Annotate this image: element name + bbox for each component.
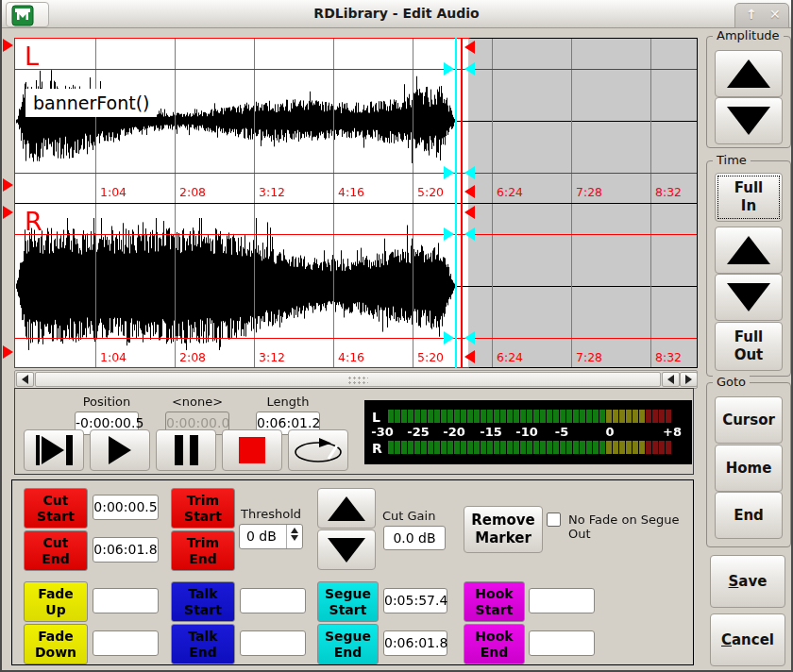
spin-up-icon [291, 528, 298, 533]
scrollbar-thumb[interactable] [35, 372, 661, 387]
cut-start-marker-icon[interactable] [3, 39, 13, 52]
gain-up-button[interactable] [317, 488, 376, 529]
segue-start-marker-line[interactable] [455, 38, 457, 368]
vu-segment [626, 441, 632, 454]
segue-end-marker-icon[interactable] [464, 62, 475, 76]
fade-up-field[interactable] [93, 588, 159, 613]
segue-start-button[interactable]: Segue Start [317, 581, 379, 622]
full-in-button[interactable]: Full In [715, 173, 783, 222]
marker-readout-label: <none> [172, 395, 223, 409]
cut-start-marker-icon[interactable] [3, 345, 13, 359]
vu-segment [454, 410, 460, 423]
trim-start-button[interactable]: Trim Start [171, 488, 235, 529]
time-zoom-out-button[interactable] [715, 274, 783, 321]
talk-end-field[interactable] [240, 630, 306, 656]
vu-segment [560, 410, 565, 423]
cut-end-marker-line[interactable] [461, 38, 463, 368]
cut-end-marker-icon[interactable] [464, 350, 475, 363]
play-from-start-icon [36, 435, 73, 465]
cancel-button[interactable]: Cancel [710, 613, 785, 666]
threshold-spin-buttons[interactable] [286, 525, 302, 548]
cut-end-field[interactable]: 0:06:01.8 [93, 537, 159, 563]
cut-end-marker-icon[interactable] [464, 206, 475, 219]
talk-start-button[interactable]: Talk Start [171, 581, 235, 622]
cut-start-marker-icon[interactable] [3, 178, 13, 192]
full-out-button[interactable]: Full Out [715, 322, 783, 371]
time-group-label: Time [713, 153, 751, 167]
fade-down-button[interactable]: Fade Down [24, 624, 88, 664]
close-window-icon[interactable]: ✕ [769, 7, 781, 22]
segue-start-marker-icon[interactable] [444, 227, 454, 241]
vu-scale-number: -25 [407, 425, 430, 439]
stop-button[interactable] [222, 429, 282, 471]
amplitude-line [14, 234, 698, 235]
amplitude-up-button[interactable] [715, 50, 783, 97]
time-tick-label: 2:08 [179, 185, 206, 199]
talk-start-field[interactable] [240, 588, 306, 613]
save-button[interactable]: Save [710, 555, 785, 608]
talk-end-button[interactable]: Talk End [171, 624, 235, 664]
no-fade-checkbox[interactable] [547, 512, 561, 527]
scroll-right-button[interactable] [680, 372, 698, 387]
vu-segment [467, 441, 473, 454]
goto-end-button[interactable]: End [715, 492, 783, 539]
titlebar[interactable]: RDLibrary - Edit Audio ↑ ✕ [2, 0, 791, 28]
vu-segment [487, 410, 493, 423]
hook-end-button[interactable]: Hook End [464, 624, 525, 664]
scroll-left-button[interactable] [16, 372, 34, 387]
segue-start-marker-icon[interactable] [444, 62, 454, 76]
vu-segment [547, 410, 552, 423]
fade-up-button[interactable]: Fade Up [24, 581, 88, 622]
goto-home-button[interactable]: Home [715, 445, 783, 492]
time-tick-label: 4:16 [338, 350, 364, 364]
shade-window-icon[interactable]: ↑ [746, 7, 757, 22]
remove-marker-button[interactable]: Remove Marker [464, 506, 543, 553]
vu-segment [414, 410, 420, 423]
trim-end-button[interactable]: Trim End [171, 530, 235, 571]
loop-button[interactable] [288, 429, 348, 471]
vu-left-label: L [372, 410, 380, 425]
segue-end-field[interactable]: 0:06:01.8 [383, 630, 447, 656]
waveform-scrollbar[interactable] [14, 370, 698, 389]
vu-segment [428, 441, 433, 454]
vu-scale-number: -20 [443, 425, 465, 439]
hook-start-field[interactable] [529, 588, 595, 613]
vu-segment [395, 410, 400, 423]
vu-segment [408, 441, 413, 454]
play-from-start-button[interactable] [24, 429, 84, 471]
threshold-value: 0 dB [246, 529, 277, 544]
amplitude-down-button[interactable] [715, 97, 783, 144]
segue-end-marker-icon[interactable] [464, 227, 475, 241]
segue-start-field[interactable]: 0:05:57.4 [383, 588, 447, 613]
pause-button[interactable] [156, 429, 216, 471]
vu-segment [401, 441, 407, 454]
time-zoom-in-button[interactable] [715, 227, 783, 274]
goto-cursor-button[interactable]: Cursor [715, 396, 783, 444]
cut-start-marker-icon[interactable] [3, 206, 13, 219]
cut-start-button[interactable]: Cut Start [24, 488, 88, 529]
cut-start-field[interactable]: 0:00:00.5 [93, 495, 159, 520]
segue-start-marker-icon[interactable] [444, 166, 454, 179]
play-button[interactable] [90, 429, 150, 471]
gain-down-button[interactable] [317, 529, 376, 570]
vu-segment [428, 410, 433, 423]
vu-segment [626, 410, 632, 423]
scroll-left-button-2[interactable] [662, 372, 680, 387]
hook-end-field[interactable] [529, 630, 595, 656]
segue-end-button[interactable]: Segue End [317, 624, 379, 664]
segue-end-marker-icon[interactable] [464, 166, 475, 179]
cut-end-marker-icon[interactable] [464, 185, 475, 198]
segue-start-marker-icon[interactable] [444, 331, 454, 344]
cut-gain-field[interactable]: 0.0 dB [383, 526, 446, 550]
cut-end-marker-icon[interactable] [464, 41, 475, 54]
threshold-spinbox[interactable]: 0 dB [239, 524, 303, 549]
fade-down-field[interactable] [93, 630, 159, 656]
cut-end-button[interactable]: Cut End [24, 530, 88, 571]
goto-group: Goto Cursor Home End [706, 382, 791, 547]
vu-segment [599, 441, 605, 454]
waveform-display[interactable]: L R bannerFont() 1:041:042:082:083:123:1… [14, 38, 698, 368]
segue-end-marker-icon[interactable] [464, 331, 475, 344]
vu-segment [520, 410, 526, 423]
hook-start-button[interactable]: Hook Start [464, 581, 525, 622]
up-arrow-icon [727, 59, 770, 88]
